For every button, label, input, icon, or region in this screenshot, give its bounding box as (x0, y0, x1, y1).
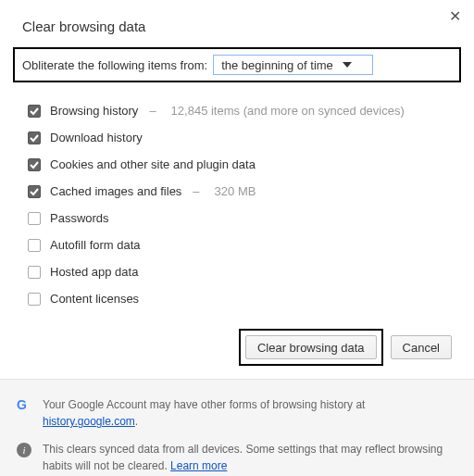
option-row-cached: Cached images and files–320 MB (28, 178, 452, 205)
option-suffix: 12,845 items (and more on synced devices… (171, 104, 405, 118)
option-row-passwords: Passwords (28, 205, 452, 232)
option-row-browsing-history: Browsing history–12,845 items (and more … (28, 97, 452, 124)
option-label: Cookies and other site and plugin data (50, 157, 256, 171)
checkbox-autofill[interactable] (28, 239, 41, 252)
footer: G Your Google Account may have other for… (0, 379, 474, 476)
option-row-content-licenses: Content licenses (28, 285, 452, 312)
google-logo-icon: G (17, 397, 31, 412)
footer-text-1: Your Google Account may have other forms… (43, 396, 457, 430)
checkbox-content-licenses[interactable] (28, 293, 41, 306)
checkbox-cookies[interactable] (28, 158, 41, 171)
option-row-autofill: Autofill form data (28, 232, 452, 258)
chevron-down-icon (343, 62, 352, 68)
options-list: Browsing history–12,845 items (and more … (0, 94, 474, 316)
checkbox-browsing-history[interactable] (28, 105, 41, 118)
option-row-cookies: Cookies and other site and plugin data (28, 151, 452, 178)
option-label: Download history (50, 131, 143, 144)
footer-google-note: G Your Google Account may have other for… (17, 391, 457, 435)
checkbox-passwords[interactable] (28, 212, 41, 225)
option-label: Autofill form data (50, 238, 141, 252)
time-range-value: the beginning of time (221, 58, 333, 72)
option-row-hosted-app: Hosted app data (28, 258, 452, 285)
checkbox-cached[interactable] (28, 185, 41, 198)
option-row-download-history: Download history (28, 124, 452, 151)
option-label: Cached images and files (50, 184, 181, 198)
history-google-link[interactable]: history.google.com (43, 415, 135, 428)
footer-info-note: i This clears synced data from all devic… (17, 435, 457, 476)
option-suffix: 320 MB (215, 184, 256, 198)
primary-highlight: Clear browsing data (239, 329, 383, 366)
footer-text-2: This clears synced data from all devices… (43, 441, 457, 474)
clear-browsing-data-dialog: ✕ Clear browsing data Obliterate the fol… (0, 0, 474, 476)
learn-more-link[interactable]: Learn more (170, 459, 227, 472)
dialog-title: Clear browsing data (0, 0, 474, 47)
option-label: Passwords (50, 211, 109, 225)
option-label: Content licenses (50, 292, 139, 306)
obliterate-label: Obliterate the following items from: (22, 58, 207, 72)
button-row: Clear browsing data Cancel (0, 316, 474, 379)
checkbox-hosted-app[interactable] (28, 266, 41, 279)
cancel-button[interactable]: Cancel (391, 335, 452, 359)
option-label: Hosted app data (50, 265, 138, 279)
clear-browsing-data-button[interactable]: Clear browsing data (245, 335, 377, 359)
info-icon: i (17, 442, 31, 457)
option-label: Browsing history (50, 104, 138, 118)
time-range-row: Obliterate the following items from: the… (13, 47, 461, 82)
checkbox-download-history[interactable] (28, 132, 41, 144)
time-range-select[interactable]: the beginning of time (213, 55, 373, 75)
close-icon[interactable]: ✕ (449, 9, 461, 24)
